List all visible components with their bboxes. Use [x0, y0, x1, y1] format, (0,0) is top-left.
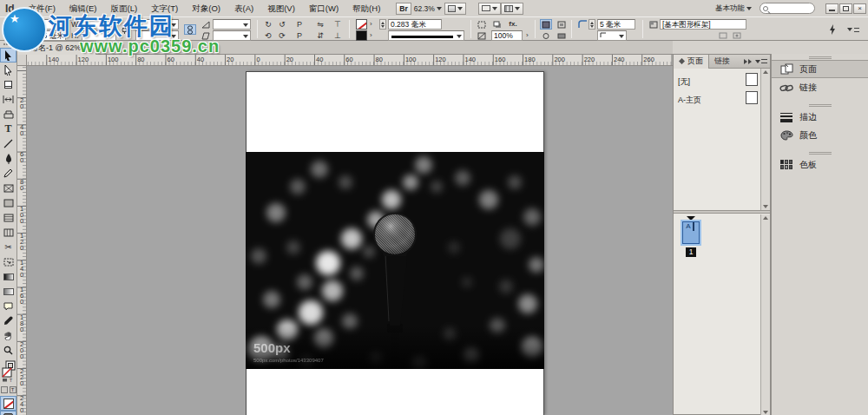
stroke-color-swatch[interactable]: [356, 19, 367, 30]
menu-file[interactable]: 文件(F): [22, 0, 62, 16]
collapse-panel-icon[interactable]: [743, 59, 752, 64]
paragraph-style-alt-icon[interactable]: P: [293, 30, 306, 41]
rectangle-frame-tool[interactable]: [0, 181, 16, 195]
content-collector-tool[interactable]: [0, 107, 16, 122]
search-box[interactable]: [760, 3, 815, 14]
tab-links[interactable]: 链接: [709, 55, 735, 69]
fit-content-to-frame-button[interactable]: [556, 19, 568, 30]
selection-tool[interactable]: [0, 48, 16, 63]
vertical-grid-tool[interactable]: [0, 225, 16, 240]
rotate-90-icon[interactable]: ⟳: [276, 30, 288, 41]
workspace-switcher[interactable]: 基本功能: [713, 3, 754, 15]
free-transform-tool[interactable]: [0, 254, 16, 269]
rectangle-tool[interactable]: [0, 195, 16, 210]
drop-shadow-icon[interactable]: [491, 19, 503, 30]
select-container-icon[interactable]: [476, 19, 488, 30]
screen-mode-normal-button[interactable]: [0, 411, 16, 415]
panel-menu-icon[interactable]: [847, 24, 859, 35]
wrap-around-icon[interactable]: [731, 30, 743, 41]
gradient-feather-tool[interactable]: [0, 284, 16, 299]
dock-group-grip[interactable]: [772, 149, 868, 155]
restore-button[interactable]: [839, 3, 852, 14]
master-a-label[interactable]: A-主页: [678, 95, 701, 106]
scroll-up-icon[interactable]: [763, 70, 768, 74]
pages-panel-menu-icon[interactable]: [755, 59, 767, 63]
constrain-scale-icon[interactable]: [184, 24, 196, 35]
pencil-tool[interactable]: [0, 166, 16, 181]
formatting-affects-container-icon[interactable]: [1, 386, 8, 393]
fill-stroke-proxy[interactable]: T: [0, 358, 16, 384]
w-field[interactable]: [82, 19, 116, 30]
eyedropper-tool[interactable]: [0, 313, 16, 328]
center-content-button[interactable]: [540, 30, 552, 41]
flip-vertical-icon[interactable]: ⇵: [314, 30, 326, 41]
pages-scrollbar[interactable]: [760, 214, 770, 415]
fill-color-swatch[interactable]: [356, 30, 367, 41]
menu-window[interactable]: 窗口(W): [302, 0, 345, 16]
bridge-button[interactable]: Br: [396, 3, 411, 15]
direct-selection-tool[interactable]: [0, 63, 16, 77]
menu-help[interactable]: 帮助(H): [345, 0, 387, 16]
master-none-thumbnail[interactable]: [746, 73, 758, 86]
zoom-level-dropdown[interactable]: 62.3%: [411, 3, 444, 15]
type-tool[interactable]: T: [0, 122, 16, 136]
fit-frame-to-content-button[interactable]: [556, 30, 568, 41]
horizontal-grid-tool[interactable]: [0, 210, 16, 225]
corner-radius-stepper[interactable]: [589, 19, 595, 30]
rotation-angle-field[interactable]: [213, 19, 251, 30]
opacity-field[interactable]: 100%: [491, 30, 523, 41]
opacity-arrow-icon[interactable]: ›: [526, 30, 529, 41]
stroke-style-dropdown[interactable]: [388, 30, 464, 41]
scroll-down-icon[interactable]: [763, 205, 768, 208]
dock-group-grip[interactable]: [772, 102, 868, 108]
dock-item-swatches[interactable]: 色板: [772, 155, 868, 174]
hand-tool[interactable]: [0, 328, 16, 343]
stroke-weight-field[interactable]: 0.283 毫米: [388, 19, 442, 30]
masters-scrollbar[interactable]: [760, 69, 770, 210]
corner-shape-dropdown[interactable]: [597, 30, 627, 41]
flip-horizontal-icon[interactable]: ⇋: [314, 19, 326, 30]
tab-pages[interactable]: 页面: [674, 55, 709, 69]
pen-tool[interactable]: [0, 151, 16, 166]
fill-swatch-arrow-icon[interactable]: ›: [370, 30, 372, 41]
gap-tool[interactable]: [0, 92, 16, 107]
quick-apply-icon[interactable]: [826, 24, 838, 35]
master-a-thumbnail[interactable]: [746, 91, 758, 104]
menu-layout[interactable]: 版面(L): [103, 0, 144, 16]
shear-angle-field[interactable]: [213, 30, 251, 41]
ruler-origin-corner[interactable]: [17, 55, 27, 66]
constrain-dimensions-icon[interactable]: [118, 24, 130, 35]
page-1-number[interactable]: 1: [686, 247, 696, 257]
dock-item-links[interactable]: 链接: [772, 78, 868, 96]
dock-item-pages[interactable]: 页面: [772, 60, 868, 78]
menu-table[interactable]: 表(A): [227, 0, 260, 16]
menu-type[interactable]: 文字(T): [144, 0, 185, 16]
master-none-label[interactable]: [无]: [678, 76, 690, 88]
corner-radius-field[interactable]: 5 毫米: [597, 19, 635, 30]
document-close-icon[interactable]: ×: [86, 44, 90, 53]
stroke-swatch-arrow-icon[interactable]: ›: [370, 19, 372, 30]
line-tool[interactable]: [0, 136, 16, 151]
x-field[interactable]: [26, 19, 66, 30]
document-tab[interactable]: 未命名-1 @ 62% ×: [16, 41, 96, 55]
rotate-180-icon[interactable]: ⟲: [262, 30, 274, 41]
fill-frame-proportionally-button[interactable]: [540, 19, 552, 30]
apply-none-button[interactable]: [0, 396, 16, 411]
rotate-cw-icon[interactable]: ↻: [262, 19, 274, 30]
page-1-thumbnail[interactable]: A: [682, 221, 700, 244]
close-button[interactable]: ×: [853, 3, 866, 14]
gradient-swatch-tool[interactable]: [0, 269, 16, 284]
dock-item-color[interactable]: 颜色: [772, 126, 868, 144]
pasteboard[interactable]: 500px 500px.com/photos/143309407: [27, 66, 673, 415]
screen-mode-button[interactable]: [478, 3, 501, 15]
menu-edit[interactable]: 编辑(E): [62, 0, 104, 16]
effects-button[interactable]: fx.: [507, 19, 519, 30]
dock-group-grip[interactable]: [772, 54, 868, 60]
view-options-button[interactable]: [444, 3, 466, 15]
rotate-ccw-icon[interactable]: ↺: [276, 19, 288, 30]
page-tool[interactable]: [0, 77, 16, 92]
formatting-affects-text-icon[interactable]: T: [10, 386, 16, 393]
scissors-tool[interactable]: ✂: [0, 240, 16, 254]
h-field[interactable]: [82, 30, 116, 41]
minimize-button[interactable]: [825, 3, 838, 14]
